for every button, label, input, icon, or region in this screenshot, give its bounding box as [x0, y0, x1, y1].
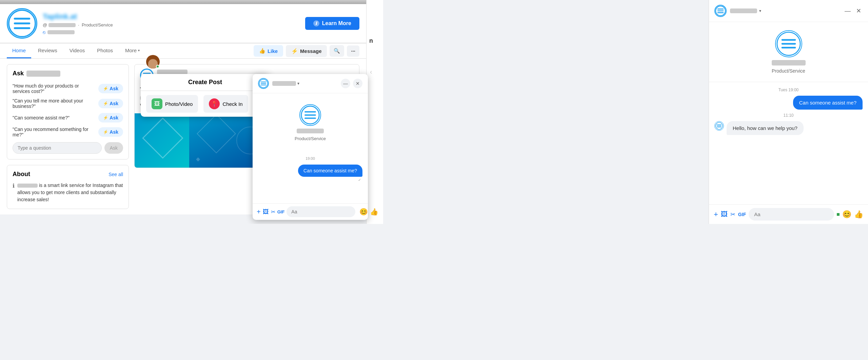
handle-placeholder: [48, 23, 76, 27]
create-post-actions: 🖼 Photo/Video 📍 Check In: [141, 91, 270, 117]
ask-btn-label-1: Ask: [110, 101, 118, 106]
panel-emoji-icon[interactable]: 😊: [842, 210, 851, 219]
external-link-icon: ⎋: [43, 30, 45, 35]
panel-page-bubble: Hello, how can we help you?: [727, 121, 804, 135]
panel-thumbs-up-icon[interactable]: 👍: [854, 210, 863, 219]
panel-input-bar: + 🖼 ✂ GIF 😊 👍: [709, 204, 868, 224]
messenger-logo-small: [258, 78, 269, 89]
panel-page-avatar: [775, 30, 802, 57]
image-attach-icon[interactable]: 🖼: [263, 208, 269, 215]
ask-custom-input[interactable]: [13, 142, 102, 154]
messenger-panel-large: ▾ — ✕ Product/Service: [709, 0, 868, 224]
profile-name: Taplink.at: [43, 12, 300, 21]
user-message-bubble-wrapper: Can someone assist me? ✓: [258, 165, 362, 177]
emoji-icon[interactable]: 😊: [359, 208, 368, 216]
ask-question-row-1: "Can you tell me more about your busines…: [13, 96, 123, 111]
tab-reviews[interactable]: Reviews: [33, 43, 63, 58]
close-icon: ✕: [356, 81, 360, 86]
messenger-panel-logo: [714, 5, 727, 17]
panel-image-icon[interactable]: 🖼: [721, 210, 728, 218]
gif-icon[interactable]: GIF: [277, 209, 285, 214]
tab-videos[interactable]: Videos: [64, 43, 91, 58]
messenger-icon: ⚡: [291, 48, 298, 54]
thumbs-up-icon[interactable]: 👍: [370, 208, 378, 216]
profile-avatar: [7, 8, 37, 39]
profile-link: [47, 30, 75, 34]
about-name-placeholder: [17, 184, 38, 188]
panel-gif-icon[interactable]: GIF: [738, 212, 746, 217]
panel-add-icon[interactable]: +: [714, 210, 718, 219]
panel-minimize-button[interactable]: —: [843, 6, 852, 16]
panel-sticker-icon[interactable]: ✂: [730, 211, 735, 218]
tab-home[interactable]: Home: [7, 43, 31, 58]
panel-right-char: n: [369, 37, 373, 44]
panel-close-button[interactable]: ✕: [855, 6, 863, 16]
ask-messenger-icon-2: ⚡: [103, 115, 108, 120]
minimize-icon: —: [343, 81, 348, 86]
check-mark-icon: ✓: [358, 178, 361, 182]
chat-time: 19:00: [258, 156, 362, 160]
question-text-2: "Can someone assist me?": [13, 115, 96, 120]
image-icon: 🖼: [154, 101, 160, 107]
like-label: Like: [268, 48, 278, 54]
messenger-chat-area: 19:00 Can someone assist me? ✓: [253, 152, 368, 203]
ask-btn-0[interactable]: ⚡ Ask: [98, 84, 123, 93]
like-thumb-icon: 👍: [259, 48, 265, 54]
svg-text:◆: ◆: [196, 156, 200, 162]
about-title: About: [13, 171, 30, 178]
location-icon: 📍: [211, 101, 218, 107]
messenger-header-small: ▾ — ✕: [253, 74, 368, 93]
profile-subtitle: @ · Product/Service: [43, 22, 300, 27]
tab-photos[interactable]: Photos: [92, 43, 118, 58]
about-widget: About See all ℹ is a smart link service …: [7, 165, 129, 209]
ask-btn-2[interactable]: ⚡ Ask: [98, 113, 123, 122]
messenger-page-name-blur: [297, 129, 324, 133]
photo-video-label: Photo/Video: [165, 101, 193, 107]
ask-messenger-icon-1: ⚡: [103, 101, 108, 106]
panel-text-input[interactable]: [749, 208, 834, 221]
photo-video-icon: 🖼: [152, 98, 162, 109]
photo-video-action[interactable]: 🖼 Photo/Video: [146, 95, 198, 113]
ask-widget: Ask "How much do your products or servic…: [7, 64, 129, 159]
tab-more[interactable]: More ▾: [120, 43, 145, 58]
ask-input-row: Ask: [13, 142, 123, 154]
messenger-text-input[interactable]: [287, 206, 355, 217]
close-button[interactable]: ✕: [353, 79, 362, 88]
ask-btn-3[interactable]: ⚡ Ask: [98, 127, 123, 137]
at-symbol: @: [43, 22, 47, 27]
panel-minimize-icon: —: [845, 7, 851, 14]
message-button[interactable]: ⚡ Message: [286, 45, 327, 57]
messenger-input-bar: + 🖼 ✂ GIF 😊 👍: [253, 203, 368, 220]
messenger-panel-name: ▾: [730, 8, 840, 13]
question-text-3: "Can you recommend something for me?": [13, 127, 96, 137]
minimize-button[interactable]: —: [341, 79, 350, 88]
nav-tabs: Home Reviews Videos Photos More ▾ 👍 Like…: [0, 43, 366, 59]
chevron-down-icon: ▾: [297, 81, 299, 86]
add-icon[interactable]: +: [257, 208, 261, 216]
ask-btn-label-3: Ask: [110, 129, 118, 135]
service-type: Product/Service: [82, 22, 113, 27]
messenger-panel-header: ▾ — ✕: [709, 0, 868, 22]
create-post-trigger-row: [146, 55, 160, 69]
ask-submit-button[interactable]: Ask: [104, 142, 123, 154]
like-button[interactable]: 👍 Like: [254, 45, 283, 57]
messenger-page-type: Product/Service: [295, 136, 326, 141]
panel-right-edge: n ‹: [366, 0, 383, 224]
message-label: Message: [300, 48, 321, 54]
sticker-icon[interactable]: ✂: [271, 209, 275, 215]
question-text-0: "How much do your products or services c…: [13, 83, 96, 94]
create-post-popup: Create Post 🖼 Photo/Video 📍 Check In: [141, 74, 270, 117]
checkin-label: Check In: [222, 101, 242, 107]
messenger-name-blur: [272, 81, 296, 86]
panel-user-bubble-wrapper: Can someone assist me?: [714, 96, 863, 110]
user-message-bubble: Can someone assist me? ✓: [298, 165, 362, 177]
more-actions-button[interactable]: ···: [347, 45, 359, 57]
see-all-link[interactable]: See all: [108, 172, 123, 177]
info-icon: ℹ: [313, 20, 319, 26]
ask-btn-1[interactable]: ⚡ Ask: [98, 99, 123, 108]
learn-more-button[interactable]: ℹ Learn More: [305, 17, 359, 30]
panel-page-type: Product/Service: [772, 68, 805, 74]
search-button[interactable]: 🔍: [330, 45, 344, 57]
checkin-action[interactable]: 📍 Check In: [203, 95, 248, 113]
messenger-page-avatar: [299, 104, 321, 126]
